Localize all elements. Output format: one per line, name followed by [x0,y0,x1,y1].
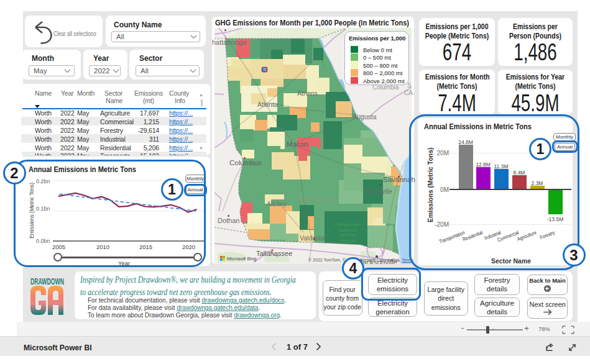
svg-text:75: 75 [263,68,267,71]
